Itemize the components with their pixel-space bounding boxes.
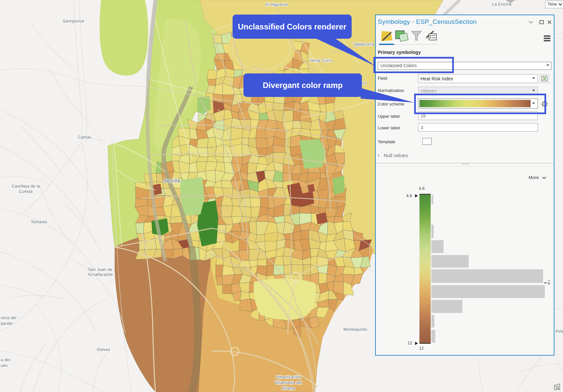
svg-text:Castilleja de la: Castilleja de la [12, 184, 40, 189]
svg-text:ués: ués [1, 363, 8, 368]
svg-text:Aznalfarache: Aznalfarache [88, 272, 113, 277]
svg-text:Camas: Camas [78, 135, 91, 140]
svg-text:ljarafe: ljarafe [1, 321, 13, 326]
svg-text:Montequinto: Montequinto [343, 327, 367, 332]
svg-text:Urbanización: Urbanización [276, 375, 301, 379]
svg-text:El Higuerón: El Higuerón [266, 2, 288, 7]
svg-text:Tomares: Tomares [31, 220, 47, 224]
svg-text:rena del: rena del [1, 316, 17, 320]
svg-text:Seville: Seville [163, 178, 181, 184]
svg-text:co: co [362, 81, 367, 85]
svg-text:a del: a del [1, 358, 10, 362]
svg-text:La Encina: La Encina [492, 2, 511, 7]
svg-text:Pitama: Pitama [282, 386, 295, 391]
svg-text:Piñe: Piñe [555, 329, 563, 334]
svg-text:Valdezorra: Valdezorra [354, 42, 374, 47]
svg-text:Venta Curro: Venta Curro [309, 58, 332, 63]
svg-text:Santiponce: Santiponce [63, 19, 84, 23]
svg-text:Cuesta: Cuesta [19, 189, 32, 194]
svg-text:San Juan de: San Juan de [88, 267, 112, 272]
svg-text:Gelves: Gelves [97, 347, 110, 352]
svg-text:Villanueva del: Villanueva del [275, 380, 302, 385]
